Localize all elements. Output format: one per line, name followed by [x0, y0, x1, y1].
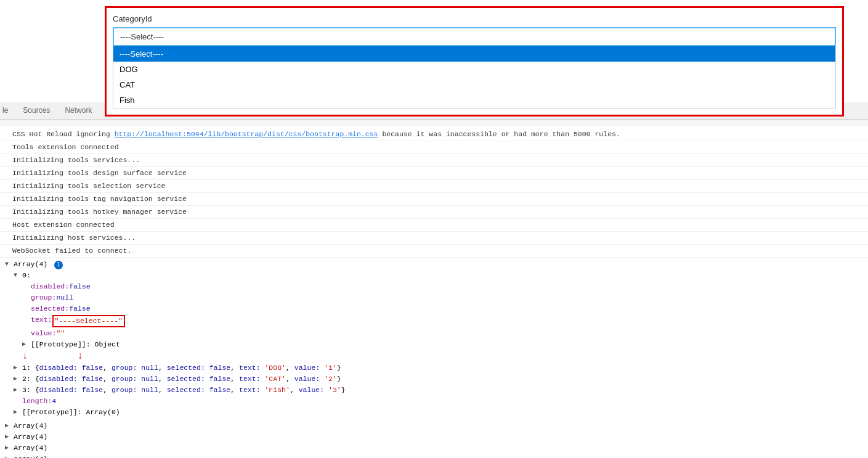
item-1-text: 1: {disabled: false, group: null, select… — [22, 363, 341, 373]
field-text: text: "----Select----" — [22, 314, 863, 328]
extra-array-1-label: Array(4) — [14, 421, 47, 431]
key-group: group: — [31, 293, 56, 303]
val-selected: false — [69, 304, 91, 314]
item-3: 3: {disabled: false, group: null, select… — [14, 385, 863, 396]
red-arrow-1: ↓ — [22, 351, 28, 361]
dropdown-overlay: CategoryId ----Select---- DOG CAT Fish — [105, 6, 844, 117]
expand-arrow-0[interactable] — [14, 271, 22, 280]
tab-network[interactable]: Network — [57, 102, 99, 119]
dropdown-option-dog[interactable]: DOG — [113, 62, 835, 77]
expand-arrow-1[interactable] — [14, 363, 22, 373]
extra-array-3: Array(4) — [5, 443, 863, 454]
extra-array-4-label: Array(4) — [14, 454, 47, 458]
expand-extra-1[interactable] — [5, 421, 14, 431]
console-area: CSS Hot Reload ignoring http://localhost… — [0, 126, 868, 458]
console-line-6: Initializing tools tag navigation servic… — [0, 193, 868, 206]
field-value: value: "" — [22, 328, 863, 339]
extra-array-1: Array(4) — [5, 420, 863, 431]
field-disabled: disabled: false — [22, 281, 863, 292]
item-3-text: 3: {disabled: false, group: null, select… — [22, 385, 346, 395]
expand-extra-2[interactable] — [5, 432, 14, 442]
expand-prototype-arr[interactable] — [14, 407, 22, 417]
field-group: group: null — [22, 292, 863, 303]
val-group: null — [56, 293, 73, 303]
key-text: text: — [31, 315, 52, 325]
dropdown-input[interactable] — [113, 27, 836, 46]
console-line-10: WebSocket failed to connect. — [0, 245, 868, 258]
prototype-arr-label: [[Prototype]]: Array(0) — [22, 407, 120, 417]
tab-partial[interactable]: le — [0, 102, 15, 119]
css-link[interactable]: http://localhost:5094/lib/bootstrap/dist… — [115, 130, 378, 138]
console-line-1: CSS Hot Reload ignoring http://localhost… — [0, 128, 868, 141]
console-line-7: Initializing tools hotkey manager servic… — [0, 206, 868, 219]
array-label: Array(4) 1 — [14, 260, 63, 269]
field-selected: selected: false — [22, 303, 863, 314]
red-arrow-2: ↓ — [78, 351, 84, 361]
tab-sources[interactable]: Sources — [15, 102, 57, 119]
console-line-5: Initializing tools selection service — [0, 180, 868, 193]
item-0-label: 0: — [22, 271, 31, 280]
prototype-arr: [[Prototype]]: Array(0) — [14, 407, 863, 418]
extra-array-3-label: Array(4) — [14, 443, 47, 453]
console-line-2: Tools extension connected — [0, 141, 868, 154]
item-2-text: 2: {disabled: false, group: null, select… — [22, 374, 341, 384]
text-value-box: "----Select----" — [52, 315, 125, 327]
expand-extra-4[interactable] — [5, 454, 14, 458]
object-tree: Array(4) 1 0: disabled: false group: nul… — [0, 258, 868, 458]
item-1: 1: {disabled: false, group: null, select… — [14, 362, 863, 374]
item-2: 2: {disabled: false, group: null, select… — [14, 374, 863, 385]
extra-array-2-label: Array(4) — [14, 432, 47, 442]
array-badge: 1 — [54, 261, 63, 269]
expand-arrow-root[interactable] — [5, 260, 14, 269]
length-field: length: 4 — [14, 396, 863, 407]
red-arrows-row: ↓ ↓ — [5, 351, 863, 361]
console-line-4: Initializing tools design surface servic… — [0, 167, 868, 180]
dropdown-list: ----Select---- DOG CAT Fish — [113, 46, 836, 108]
expand-arrow-3[interactable] — [14, 385, 22, 395]
key-length: length: — [22, 396, 52, 406]
extra-array-4: Array(4) — [5, 454, 863, 458]
console-line-8: Host extension connected — [0, 219, 868, 232]
val-disabled: false — [69, 282, 91, 292]
prototype-obj: [[Prototype]]: Object — [22, 339, 863, 350]
item-0: 0: — [14, 270, 863, 281]
array-root: Array(4) 1 — [5, 259, 863, 270]
val-text: "----Select----" — [55, 317, 123, 325]
dropdown-option-fish[interactable]: Fish — [113, 92, 835, 108]
key-selected: selected: — [31, 304, 69, 314]
console-line-9: Initializing host services... — [0, 232, 868, 245]
dropdown-label: CategoryId — [113, 14, 836, 23]
val-value: "" — [56, 329, 65, 338]
val-length: 4 — [52, 396, 56, 406]
extra-array-2: Array(4) — [5, 431, 863, 443]
expand-prototype-obj[interactable] — [22, 340, 31, 350]
dropdown-option-cat[interactable]: CAT — [113, 77, 835, 92]
dropdown-option-select[interactable]: ----Select---- — [113, 46, 835, 62]
key-value: value: — [31, 329, 56, 338]
console-line-3: Initializing tools services... — [0, 154, 868, 167]
expand-arrow-2[interactable] — [14, 374, 22, 384]
key-disabled: disabled: — [31, 282, 69, 292]
prototype-obj-label: [[Prototype]]: Object — [31, 340, 120, 350]
expand-extra-3[interactable] — [5, 443, 14, 453]
